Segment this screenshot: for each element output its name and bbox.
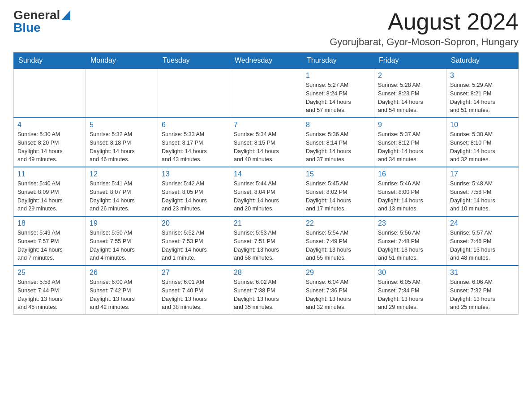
calendar-cell: 6Sunrise: 5:33 AMSunset: 8:17 PMDaylight… [158, 118, 230, 167]
page-header: General Blue August 2024 Gyorujbarat, Gy… [13, 9, 519, 48]
day-number: 29 [306, 269, 370, 277]
day-info: Sunrise: 6:06 AMSunset: 7:32 PMDaylight:… [450, 278, 515, 312]
day-number: 24 [450, 219, 515, 227]
day-info: Sunrise: 5:27 AMSunset: 8:24 PMDaylight:… [306, 81, 370, 115]
day-info: Sunrise: 5:36 AMSunset: 8:14 PMDaylight:… [306, 130, 370, 164]
day-number: 28 [234, 269, 298, 277]
day-info: Sunrise: 6:00 AMSunset: 7:42 PMDaylight:… [90, 278, 154, 312]
calendar-week-row: 11Sunrise: 5:40 AMSunset: 8:09 PMDayligh… [14, 167, 519, 216]
day-info: Sunrise: 5:54 AMSunset: 7:49 PMDaylight:… [306, 229, 370, 262]
calendar-cell: 4Sunrise: 5:30 AMSunset: 8:20 PMDaylight… [14, 118, 86, 167]
calendar-week-row: 1Sunrise: 5:27 AMSunset: 8:24 PMDaylight… [14, 68, 519, 118]
calendar-cell: 18Sunrise: 5:49 AMSunset: 7:57 PMDayligh… [14, 216, 86, 265]
day-number: 9 [378, 121, 442, 129]
calendar-cell: 27Sunrise: 6:01 AMSunset: 7:40 PMDayligh… [158, 265, 230, 315]
calendar-table: SundayMondayTuesdayWednesdayThursdayFrid… [13, 52, 519, 315]
day-number: 20 [162, 219, 226, 227]
day-number: 26 [90, 269, 154, 277]
day-number: 8 [306, 121, 370, 129]
day-number: 16 [378, 170, 442, 178]
day-number: 22 [306, 219, 370, 227]
day-info: Sunrise: 5:40 AMSunset: 8:09 PMDaylight:… [17, 180, 82, 213]
calendar-cell [230, 68, 302, 118]
day-number: 3 [450, 72, 515, 80]
day-number: 15 [306, 170, 370, 178]
calendar-cell: 5Sunrise: 5:32 AMSunset: 8:18 PMDaylight… [86, 118, 158, 167]
calendar-cell: 15Sunrise: 5:45 AMSunset: 8:02 PMDayligh… [302, 167, 374, 216]
calendar-week-row: 18Sunrise: 5:49 AMSunset: 7:57 PMDayligh… [14, 216, 519, 265]
calendar-cell: 13Sunrise: 5:42 AMSunset: 8:05 PMDayligh… [158, 167, 230, 216]
day-number: 4 [17, 121, 82, 129]
day-info: Sunrise: 6:05 AMSunset: 7:34 PMDaylight:… [378, 278, 442, 312]
day-info: Sunrise: 5:38 AMSunset: 8:10 PMDaylight:… [450, 130, 515, 164]
day-number: 17 [450, 170, 515, 178]
calendar-cell: 7Sunrise: 5:34 AMSunset: 8:15 PMDaylight… [230, 118, 302, 167]
day-info: Sunrise: 5:33 AMSunset: 8:17 PMDaylight:… [162, 130, 226, 164]
day-number: 31 [450, 269, 515, 277]
location-title: Gyorujbarat, Gyor-Moson-Sopron, Hungary [330, 36, 519, 48]
day-info: Sunrise: 6:04 AMSunset: 7:36 PMDaylight:… [306, 278, 370, 312]
day-of-week-header: Tuesday [158, 53, 230, 69]
calendar-cell: 30Sunrise: 6:05 AMSunset: 7:34 PMDayligh… [374, 265, 446, 315]
calendar-header-row: SundayMondayTuesdayWednesdayThursdayFrid… [14, 53, 519, 69]
calendar-cell: 26Sunrise: 6:00 AMSunset: 7:42 PMDayligh… [86, 265, 158, 315]
day-of-week-header: Monday [86, 53, 158, 69]
calendar-cell: 23Sunrise: 5:56 AMSunset: 7:48 PMDayligh… [374, 216, 446, 265]
calendar-cell: 24Sunrise: 5:57 AMSunset: 7:46 PMDayligh… [446, 216, 519, 265]
day-info: Sunrise: 5:53 AMSunset: 7:51 PMDaylight:… [234, 229, 298, 262]
calendar-cell: 14Sunrise: 5:44 AMSunset: 8:04 PMDayligh… [230, 167, 302, 216]
svg-marker-0 [61, 10, 70, 20]
calendar-cell: 16Sunrise: 5:46 AMSunset: 8:00 PMDayligh… [374, 167, 446, 216]
day-info: Sunrise: 5:50 AMSunset: 7:55 PMDaylight:… [90, 229, 154, 262]
title-block: August 2024 Gyorujbarat, Gyor-Moson-Sopr… [330, 9, 519, 48]
day-number: 18 [17, 219, 82, 227]
calendar-cell: 8Sunrise: 5:36 AMSunset: 8:14 PMDaylight… [302, 118, 374, 167]
calendar-cell: 22Sunrise: 5:54 AMSunset: 7:49 PMDayligh… [302, 216, 374, 265]
day-number: 30 [378, 269, 442, 277]
day-info: Sunrise: 5:30 AMSunset: 8:20 PMDaylight:… [17, 130, 82, 164]
day-number: 25 [17, 269, 82, 277]
day-number: 23 [378, 219, 442, 227]
month-title: August 2024 [330, 9, 519, 34]
day-number: 21 [234, 219, 298, 227]
day-info: Sunrise: 5:42 AMSunset: 8:05 PMDaylight:… [162, 180, 226, 213]
calendar-week-row: 4Sunrise: 5:30 AMSunset: 8:20 PMDaylight… [14, 118, 519, 167]
calendar-cell: 25Sunrise: 5:58 AMSunset: 7:44 PMDayligh… [14, 265, 86, 315]
day-number: 11 [17, 170, 82, 178]
day-info: Sunrise: 5:45 AMSunset: 8:02 PMDaylight:… [306, 180, 370, 213]
calendar-cell: 19Sunrise: 5:50 AMSunset: 7:55 PMDayligh… [86, 216, 158, 265]
day-info: Sunrise: 5:49 AMSunset: 7:57 PMDaylight:… [17, 229, 82, 262]
day-of-week-header: Friday [374, 53, 446, 69]
calendar-cell: 21Sunrise: 5:53 AMSunset: 7:51 PMDayligh… [230, 216, 302, 265]
day-info: Sunrise: 5:37 AMSunset: 8:12 PMDaylight:… [378, 130, 442, 164]
calendar-cell [14, 68, 86, 118]
day-number: 19 [90, 219, 154, 227]
calendar-cell: 20Sunrise: 5:52 AMSunset: 7:53 PMDayligh… [158, 216, 230, 265]
calendar-cell: 12Sunrise: 5:41 AMSunset: 8:07 PMDayligh… [86, 167, 158, 216]
logo: General Blue [13, 9, 70, 34]
logo-triangle-icon [61, 10, 70, 20]
day-of-week-header: Wednesday [230, 53, 302, 69]
calendar-cell: 17Sunrise: 5:48 AMSunset: 7:58 PMDayligh… [446, 167, 519, 216]
calendar-cell: 11Sunrise: 5:40 AMSunset: 8:09 PMDayligh… [14, 167, 86, 216]
calendar-cell: 28Sunrise: 6:02 AMSunset: 7:38 PMDayligh… [230, 265, 302, 315]
day-number: 1 [306, 72, 370, 80]
day-number: 13 [162, 170, 226, 178]
day-number: 14 [234, 170, 298, 178]
calendar-cell [158, 68, 230, 118]
calendar-cell: 29Sunrise: 6:04 AMSunset: 7:36 PMDayligh… [302, 265, 374, 315]
logo-blue-text: Blue [13, 21, 41, 34]
calendar-cell: 9Sunrise: 5:37 AMSunset: 8:12 PMDaylight… [374, 118, 446, 167]
day-number: 2 [378, 72, 442, 80]
calendar-cell: 10Sunrise: 5:38 AMSunset: 8:10 PMDayligh… [446, 118, 519, 167]
calendar-week-row: 25Sunrise: 5:58 AMSunset: 7:44 PMDayligh… [14, 265, 519, 315]
calendar-cell: 2Sunrise: 5:28 AMSunset: 8:23 PMDaylight… [374, 68, 446, 118]
day-info: Sunrise: 5:32 AMSunset: 8:18 PMDaylight:… [90, 130, 154, 164]
day-info: Sunrise: 5:52 AMSunset: 7:53 PMDaylight:… [162, 229, 226, 262]
day-number: 27 [162, 269, 226, 277]
day-info: Sunrise: 5:44 AMSunset: 8:04 PMDaylight:… [234, 180, 298, 213]
calendar-cell: 31Sunrise: 6:06 AMSunset: 7:32 PMDayligh… [446, 265, 519, 315]
day-info: Sunrise: 5:34 AMSunset: 8:15 PMDaylight:… [234, 130, 298, 164]
day-number: 7 [234, 121, 298, 129]
day-info: Sunrise: 6:02 AMSunset: 7:38 PMDaylight:… [234, 278, 298, 312]
